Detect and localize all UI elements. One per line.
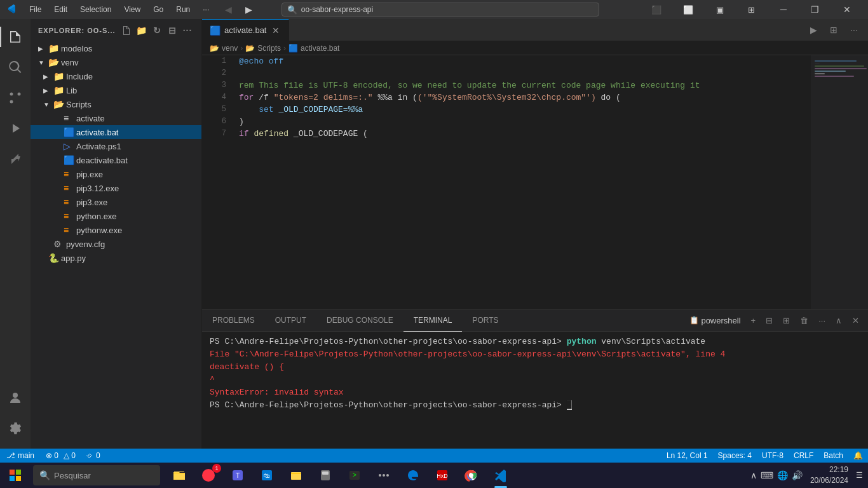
tree-item-pythonw-exe[interactable]: ▶ ≡ pythonw.exe bbox=[31, 223, 201, 237]
menu-selection[interactable]: Selection bbox=[75, 4, 116, 15]
breadcrumb-venv[interactable]: 📂 venv bbox=[210, 44, 238, 53]
taskbar-app-teams[interactable]: T bbox=[224, 463, 252, 488]
taskbar-search[interactable]: 🔍 Pesquisar bbox=[33, 465, 160, 485]
terminal-content[interactable]: PS C:\Andre-Felipe\Projetos-Python\other… bbox=[202, 332, 868, 449]
status-notifications[interactable]: 🔔 bbox=[848, 449, 868, 463]
nav-back-button[interactable]: ◀ bbox=[219, 1, 237, 18]
status-remote[interactable]: ꩜ 0 bbox=[81, 449, 105, 463]
status-git-branch[interactable]: ⎇ main bbox=[0, 449, 41, 463]
tree-item-activate-bat[interactable]: ▶ 🟦 activate.bat bbox=[31, 125, 201, 139]
activity-settings[interactable] bbox=[0, 413, 31, 444]
sidebar-right-button[interactable]: ▣ bbox=[705, 0, 735, 19]
breadcrumb-file[interactable]: 🟦 activate.bat bbox=[288, 44, 339, 53]
more-actions-button[interactable]: ··· bbox=[181, 24, 194, 37]
nav-forward-button[interactable]: ▶ bbox=[240, 1, 257, 18]
tray-network-icon[interactable]: 🌐 bbox=[777, 470, 788, 480]
terminal-more-button[interactable]: ··· bbox=[815, 315, 829, 327]
tree-item-activate[interactable]: ▶ ≡ activate bbox=[31, 111, 201, 125]
refresh-button[interactable]: ↻ bbox=[151, 24, 163, 37]
status-eol[interactable]: CRLF bbox=[789, 449, 818, 463]
tree-item-include[interactable]: ▶ 📁 Include bbox=[31, 69, 201, 83]
tree-item-scripts[interactable]: ▼ 📂 Scripts bbox=[31, 97, 201, 111]
activity-explorer[interactable] bbox=[0, 22, 31, 52]
tree-item-venv[interactable]: ▼ 📂 venv bbox=[31, 55, 201, 69]
file-icon-pyvenv-cfg: ⚙ bbox=[53, 239, 64, 249]
tab-close-button[interactable]: ✕ bbox=[271, 25, 281, 36]
search-bar[interactable]: 🔍 oo-sabor-express-api bbox=[281, 3, 599, 17]
close-button[interactable]: ✕ bbox=[832, 0, 862, 19]
collapse-all-button[interactable]: ⊟ bbox=[166, 24, 179, 37]
tree-item-app-py[interactable]: ▶ 🐍 app.py bbox=[31, 251, 201, 265]
terminal-tab-terminal[interactable]: TERMINAL bbox=[403, 309, 463, 332]
menu-edit[interactable]: Edit bbox=[49, 4, 72, 15]
tray-volume-icon[interactable]: 🔊 bbox=[792, 470, 803, 480]
terminal-tab-debug-console[interactable]: DEBUG CONSOLE bbox=[316, 309, 403, 332]
activity-extensions[interactable] bbox=[0, 144, 31, 174]
terminal-chevron-up-button[interactable]: ∧ bbox=[832, 315, 846, 327]
status-spaces[interactable]: Spaces: 4 bbox=[713, 449, 757, 463]
tray-chevron-icon[interactable]: ∧ bbox=[750, 470, 757, 480]
breadcrumb-scripts-label: Scripts bbox=[257, 44, 281, 53]
taskbar-app-notification[interactable]: 1 bbox=[194, 463, 222, 488]
menu-more[interactable]: ··· bbox=[198, 4, 214, 15]
tree-item-python-exe[interactable]: ▶ ≡ python.exe bbox=[31, 209, 201, 223]
split-editor-button[interactable]: ⊞ bbox=[825, 21, 843, 39]
terminal-prompt-2: PS C:\Andre-Felipe\Projetos-Python\other… bbox=[210, 400, 567, 410]
taskbar-start-button[interactable] bbox=[0, 463, 31, 488]
layout-toggle-button[interactable]: ⬛ bbox=[642, 0, 671, 19]
activity-search[interactable] bbox=[0, 52, 31, 83]
taskbar-app-more[interactable] bbox=[370, 463, 398, 488]
activity-source-control[interactable] bbox=[0, 83, 31, 113]
activity-run-debug[interactable] bbox=[0, 113, 31, 144]
tree-item-lib[interactable]: ▶ 📁 Lib bbox=[31, 83, 201, 97]
tree-item-pip312-exe[interactable]: ▶ ≡ pip3.12.exe bbox=[31, 181, 201, 195]
more-actions-tab-button[interactable]: ··· bbox=[845, 21, 863, 39]
terminal-split-button[interactable]: ⊟ bbox=[762, 315, 776, 327]
taskbar-app-hxd[interactable]: HxD bbox=[428, 463, 456, 488]
taskbar-app-calculator[interactable] bbox=[311, 463, 339, 488]
taskbar-clock[interactable]: 22:19 20/06/2024 bbox=[808, 464, 851, 486]
terminal-layout-button[interactable]: ⊞ bbox=[779, 315, 794, 327]
tree-item-pyvenv-cfg[interactable]: ▶ ⚙ pyvenv.cfg bbox=[31, 237, 201, 251]
taskbar-app-terminal[interactable]: > bbox=[341, 463, 369, 488]
taskbar-app-edge[interactable] bbox=[399, 463, 427, 488]
taskbar-app-chrome[interactable] bbox=[458, 463, 485, 488]
breadcrumb-scripts[interactable]: 📂 Scripts bbox=[245, 44, 281, 53]
panel-toggle-button[interactable]: ⬜ bbox=[674, 0, 703, 19]
taskbar-app-vscode[interactable] bbox=[487, 463, 515, 488]
tree-item-deactivate-bat[interactable]: ▶ 🟦 deactivate.bat bbox=[31, 153, 201, 167]
status-errors-warnings[interactable]: ⊗ 0 △ 0 bbox=[41, 449, 81, 463]
status-eol-label: CRLF bbox=[794, 451, 813, 460]
tab-activate-bat[interactable]: 🟦 activate.bat ✕ bbox=[202, 19, 289, 41]
menu-file[interactable]: File bbox=[24, 4, 46, 15]
new-folder-button[interactable]: 📁 bbox=[135, 24, 148, 37]
terminal-tab-output[interactable]: OUTPUT bbox=[265, 309, 316, 332]
run-button[interactable]: ▶ bbox=[804, 21, 822, 39]
terminal-tab-problems[interactable]: PROBLEMS bbox=[202, 309, 265, 332]
menu-go[interactable]: Go bbox=[148, 4, 168, 15]
terminal-add-button[interactable]: + bbox=[747, 315, 760, 327]
grid-button[interactable]: ⊞ bbox=[737, 0, 766, 19]
new-file-button[interactable] bbox=[120, 24, 133, 37]
terminal-tab-ports[interactable]: PORTS bbox=[462, 309, 508, 332]
tray-keyboard-icon[interactable]: ⌨ bbox=[761, 470, 773, 480]
status-language[interactable]: Batch bbox=[818, 449, 848, 463]
code-editor[interactable]: 1 2 3 4 5 6 7 @echo off rem This file is… bbox=[202, 55, 811, 309]
taskbar-app-explorer[interactable] bbox=[165, 463, 193, 488]
tree-item-pip3-exe[interactable]: ▶ ≡ pip3.exe bbox=[31, 195, 201, 209]
restore-button[interactable]: ❐ bbox=[801, 0, 830, 19]
taskbar-app-store[interactable]: 🛍 bbox=[253, 463, 281, 488]
menu-run[interactable]: Run bbox=[171, 4, 195, 15]
menu-view[interactable]: View bbox=[119, 4, 146, 15]
notification-dismiss-icon[interactable]: ☰ bbox=[856, 471, 863, 480]
activity-account[interactable] bbox=[0, 383, 31, 413]
status-encoding[interactable]: UTF-8 bbox=[757, 449, 789, 463]
terminal-trash-button[interactable]: 🗑 bbox=[796, 315, 812, 327]
tree-item-pip-exe[interactable]: ▶ ≡ pip.exe bbox=[31, 167, 201, 181]
minimize-button[interactable]: ─ bbox=[769, 0, 798, 19]
taskbar-app-files[interactable] bbox=[282, 463, 310, 488]
terminal-close-button[interactable]: ✕ bbox=[848, 315, 863, 327]
tree-item-modelos[interactable]: ▶ 📁 modelos bbox=[31, 41, 201, 55]
status-position[interactable]: Ln 12, Col 1 bbox=[661, 449, 713, 463]
tree-item-activate-ps1[interactable]: ▶ ▷ Activate.ps1 bbox=[31, 139, 201, 153]
